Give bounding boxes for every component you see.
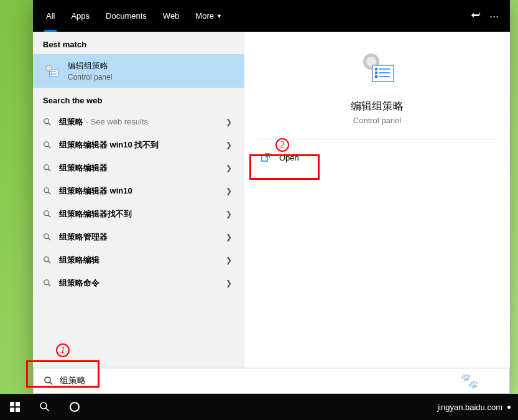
search-icon (43, 118, 52, 126)
search-panel: All Apps Documents Web More▼ ⮨ ⋯ Best ma… (33, 0, 510, 394)
chevron-right-icon: ❯ (226, 187, 232, 195)
search-icon (43, 256, 52, 264)
svg-line-24 (49, 284, 51, 286)
feedback-icon[interactable]: ⮨ (471, 11, 481, 21)
baidu-bear-icon: 🐾 (460, 372, 479, 389)
search-icon (43, 210, 52, 218)
divider (257, 139, 497, 139)
search-bar[interactable] (33, 368, 510, 394)
svg-point-17 (44, 210, 49, 215)
tab-apps[interactable]: Apps (63, 0, 98, 32)
chevron-right-icon: ❯ (226, 256, 232, 264)
chevron-right-icon: ❯ (226, 233, 232, 241)
svg-rect-5 (50, 74, 52, 75)
svg-point-36 (45, 377, 50, 383)
open-icon (261, 152, 271, 162)
results-list: Best match 编辑组策略 Control panel Search th… (33, 32, 244, 394)
start-button[interactable] (0, 394, 30, 420)
svg-line-43 (46, 408, 49, 411)
detail-title: 编辑组策略 (351, 99, 404, 113)
web-result[interactable]: 组策略编辑器 win10 ❯ (33, 179, 244, 202)
tab-all[interactable]: All (38, 0, 63, 32)
web-result[interactable]: 组策略命令 ❯ (33, 271, 244, 294)
web-result[interactable]: 组策略编辑 ❯ (33, 248, 244, 271)
svg-rect-28 (375, 68, 377, 70)
svg-rect-41 (16, 408, 20, 412)
svg-rect-4 (50, 73, 52, 74)
chevron-down-icon: ▼ (216, 13, 222, 19)
chevron-right-icon: ❯ (226, 118, 232, 126)
result-tabs: All Apps Documents Web More▼ ⮨ ⋯ (33, 0, 510, 32)
chevron-right-icon: ❯ (226, 210, 232, 218)
search-icon (44, 376, 53, 386)
svg-rect-29 (375, 72, 377, 74)
svg-point-15 (44, 187, 49, 192)
svg-point-23 (44, 279, 49, 284)
web-result[interactable]: 组策略 - See web results ❯ (33, 110, 244, 133)
control-panel-icon (42, 61, 62, 81)
svg-rect-38 (10, 402, 14, 406)
detail-subtitle: Control panel (353, 116, 401, 125)
search-icon (43, 233, 52, 241)
svg-line-22 (49, 261, 51, 263)
taskbar: jingyan.baidu.com (0, 394, 518, 420)
chevron-right-icon: ❯ (226, 141, 232, 149)
best-match-title: 编辑组策略 (68, 60, 112, 72)
search-icon (43, 187, 52, 195)
web-result[interactable]: 组策略管理器 ❯ (33, 225, 244, 248)
more-options-icon[interactable]: ⋯ (489, 11, 499, 22)
cortana-icon[interactable] (60, 394, 90, 420)
svg-point-9 (44, 118, 49, 123)
search-icon (43, 279, 52, 287)
svg-point-19 (44, 233, 49, 238)
tab-more[interactable]: More▼ (187, 0, 230, 32)
svg-rect-39 (16, 402, 20, 406)
detail-pane: 编辑组策略 Control panel Open 2 (244, 32, 510, 394)
search-web-header: Search the web (33, 88, 244, 110)
control-panel-large-icon (358, 49, 397, 89)
svg-rect-3 (50, 71, 52, 72)
taskbar-search-icon[interactable] (30, 394, 60, 420)
taskbar-dot (507, 406, 511, 409)
svg-point-42 (40, 403, 47, 409)
svg-line-20 (49, 238, 51, 240)
svg-rect-40 (10, 408, 14, 412)
svg-line-16 (49, 192, 51, 194)
svg-rect-30 (375, 75, 377, 78)
tab-documents[interactable]: Documents (98, 0, 155, 32)
web-result[interactable]: 组策略编辑器 ❯ (33, 156, 244, 179)
open-label: Open (279, 153, 299, 162)
search-icon (43, 141, 52, 149)
tab-web[interactable]: Web (155, 0, 188, 32)
svg-line-37 (50, 382, 52, 385)
best-match-item[interactable]: 编辑组策略 Control panel (33, 54, 244, 88)
svg-line-18 (49, 215, 51, 217)
chevron-right-icon: ❯ (226, 164, 232, 172)
watermark: 🐾经验 (460, 372, 509, 390)
best-match-header: Best match (33, 32, 244, 54)
best-match-subtitle: Control panel (68, 73, 112, 82)
svg-line-14 (49, 169, 51, 171)
annotation-number-2: 2 (275, 138, 289, 152)
annotation-number-1: 1 (56, 343, 70, 357)
search-input[interactable] (60, 376, 499, 386)
svg-point-11 (44, 141, 49, 146)
chevron-right-icon: ❯ (226, 279, 232, 287)
search-icon (43, 164, 52, 172)
svg-line-12 (49, 146, 51, 148)
web-result[interactable]: 组策略编辑器 win10 找不到 ❯ (33, 133, 244, 156)
svg-line-10 (49, 123, 51, 125)
svg-point-21 (44, 256, 49, 261)
svg-point-13 (44, 164, 49, 169)
web-result[interactable]: 组策略编辑器找不到 ❯ (33, 202, 244, 225)
attribution-url: jingyan.baidu.com (437, 403, 502, 412)
